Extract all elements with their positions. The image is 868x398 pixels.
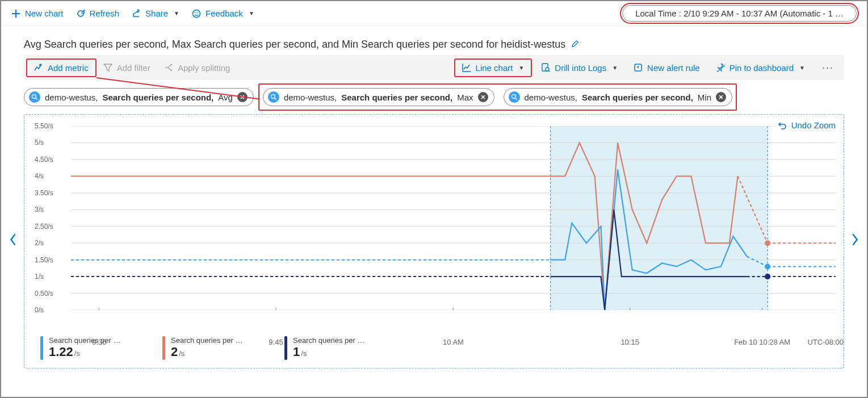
chart-prev-button[interactable] [6, 233, 20, 250]
chevron-down-icon: ▼ [612, 65, 618, 71]
chevron-down-icon: ▼ [249, 10, 254, 16]
chart-panel: Undo Zoom 0/s0.50/s1/s1.50/s2/s2.50/s3/s… [24, 114, 844, 368]
y-axis-tick-label: 2/s [35, 239, 44, 247]
time-range-text: Local Time : 2/10 9:29 AM - 10:37 AM (Au… [635, 9, 844, 18]
plus-icon [11, 9, 20, 18]
pin-dashboard-button[interactable]: Pin to dashboard ▼ [709, 60, 812, 76]
refresh-icon [76, 9, 85, 18]
svg-point-1 [195, 12, 196, 13]
close-icon [481, 95, 485, 99]
svg-point-2 [197, 12, 198, 13]
close-icon [240, 95, 245, 99]
new-chart-button[interactable]: New chart [11, 9, 64, 18]
chart-type-dropdown[interactable]: Line chart ▼ [454, 58, 532, 77]
filter-icon [103, 63, 112, 72]
y-axis-tick-label: 1/s [35, 273, 44, 280]
y-axis-tick-label: 5.50/s [35, 122, 53, 130]
chart-type-label: Line chart [476, 63, 513, 73]
search-service-icon [268, 91, 279, 103]
y-axis-tick-label: 2.50/s [35, 223, 53, 231]
chevron-down-icon: ▼ [799, 65, 805, 71]
legend-value: 1 [293, 345, 300, 359]
svg-point-10 [511, 95, 515, 99]
y-axis-tick-label: 4/s [35, 172, 44, 180]
x-axis-tick-label: 10:15 [620, 338, 639, 346]
legend-label: Search queries per s… [49, 336, 123, 345]
chip-scope: demo-westus, [45, 93, 98, 102]
split-icon [164, 63, 173, 72]
chip-agg: Avg [218, 93, 233, 102]
share-label: Share [145, 9, 168, 18]
search-service-icon [509, 91, 520, 103]
apply-splitting-label: Apply splitting [178, 63, 230, 73]
chart-title-row: Avg Search queries per second, Max Searc… [1, 26, 867, 55]
x-axis-tick-label: 10 AM [443, 338, 464, 346]
metric-chip[interactable]: demo-westus, Search queries per second, … [24, 88, 254, 106]
legend-text: Search queries per s… 1.22/s [49, 336, 123, 359]
time-range-picker[interactable]: Local Time : 2/10 9:29 AM - 10:37 AM (Au… [622, 5, 857, 22]
svg-rect-11 [551, 126, 768, 310]
chip-metric: Search queries per second, [582, 93, 693, 102]
chip-remove-button[interactable] [478, 92, 488, 102]
chart-next-button[interactable] [848, 233, 862, 250]
svg-point-6 [546, 68, 549, 71]
svg-point-33 [765, 240, 770, 246]
drill-logs-button[interactable]: Drill into Logs ▼ [534, 60, 624, 76]
svg-point-4 [171, 70, 173, 72]
new-alert-button[interactable]: New alert rule [627, 60, 707, 76]
search-service-icon [29, 91, 40, 103]
chip-agg: Max [457, 93, 473, 102]
y-axis-tick-label: 0.50/s [35, 290, 53, 298]
y-axis-tick-label: 3.50/s [35, 189, 53, 197]
more-options-button[interactable]: ··· [814, 62, 842, 74]
legend-value: 2 [171, 345, 178, 359]
svg-point-36 [765, 263, 770, 269]
timezone-label: UTC-08:00 [807, 338, 844, 346]
undo-zoom-button[interactable]: Undo Zoom [778, 120, 836, 130]
edit-title-button[interactable] [571, 40, 579, 49]
chip-metric: Search queries per second, [341, 93, 452, 102]
legend-item[interactable]: Search queries per s… 1/s [284, 336, 367, 360]
chart-toolbar: Add metric Add filter Apply splitting Li… [24, 55, 844, 80]
chart-title-text: Avg Search queries per second, Max Searc… [24, 39, 565, 51]
add-metric-button[interactable]: Add metric [26, 58, 97, 77]
y-axis-tick-label: 0/s [35, 306, 44, 314]
chevron-right-icon [851, 233, 859, 246]
x-axis-tick-label: Feb 10 10:28 AM [734, 338, 790, 346]
legend-color-swatch [40, 336, 43, 360]
y-axis-tick-label: 5/s [35, 139, 44, 146]
share-button[interactable]: Share ▼ [132, 9, 179, 18]
chip-metric: Search queries per second, [102, 93, 213, 102]
x-axis-tick-label: 9:45 [269, 338, 283, 346]
chart-toolbar-right: Line chart ▼ Drill into Logs ▼ New alert… [454, 58, 842, 77]
chip-remove-button[interactable] [716, 92, 726, 102]
metric-chip[interactable]: demo-westus, Search queries per second, … [263, 88, 494, 106]
chart-canvas [71, 126, 836, 310]
svg-point-0 [193, 10, 200, 17]
add-metric-label: Add metric [48, 63, 89, 73]
chart-plot-area[interactable]: 0/s0.50/s1/s1.50/s2/s2.50/s3/s3.50/s4/s4… [24, 115, 844, 330]
chip-scope: demo-westus, [284, 93, 337, 102]
logs-icon [541, 63, 550, 72]
legend-color-swatch [284, 336, 287, 360]
legend-item[interactable]: Search queries per s… 2/s [162, 336, 245, 360]
refresh-button[interactable]: Refresh [76, 9, 120, 18]
metric-chips-row: demo-westus, Search queries per second, … [1, 80, 867, 112]
legend-label: Search queries per s… [293, 336, 367, 345]
pin-dashboard-label: Pin to dashboard [729, 63, 794, 73]
share-icon [132, 9, 141, 18]
chart-legend: Search queries per s… 1.22/s Search quer… [24, 330, 844, 368]
chip-remove-button[interactable] [237, 92, 248, 102]
metric-chip[interactable]: demo-westus, Search queries per second, … [504, 88, 732, 106]
svg-point-3 [171, 64, 173, 66]
svg-point-39 [765, 274, 770, 279]
chart-svg [71, 126, 836, 310]
close-icon [719, 95, 723, 99]
add-metric-icon [34, 63, 43, 72]
chevron-left-icon [9, 233, 17, 246]
alert-icon [634, 63, 643, 72]
add-filter-button: Add filter [97, 60, 157, 76]
feedback-button[interactable]: Feedback ▼ [192, 9, 254, 18]
chevron-down-icon: ▼ [174, 10, 179, 16]
legend-item[interactable]: Search queries per s… 1.22/s [40, 336, 123, 360]
